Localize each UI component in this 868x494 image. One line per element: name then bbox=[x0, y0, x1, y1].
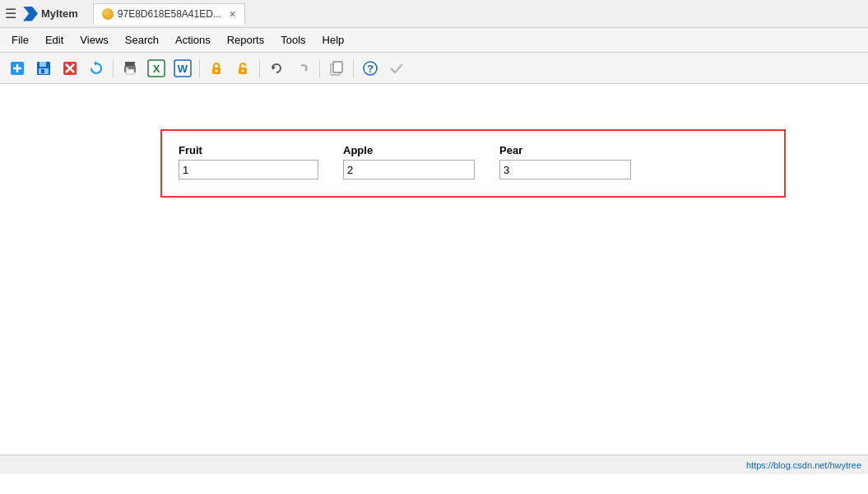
svg-marker-10 bbox=[94, 61, 96, 66]
form-row: Fruit Apple Pear bbox=[179, 144, 768, 179]
svg-rect-14 bbox=[126, 68, 128, 69]
tab-bar: 97E8D618E58A41ED... ✕ bbox=[93, 3, 245, 25]
active-tab[interactable]: 97E8D618E58A41ED... ✕ bbox=[93, 3, 245, 25]
copy-icon bbox=[328, 60, 345, 77]
fruit-field-group: Fruit bbox=[179, 144, 318, 179]
apple-label: Apple bbox=[343, 144, 475, 156]
apple-input[interactable] bbox=[343, 160, 475, 179]
tab-icon bbox=[102, 8, 114, 20]
pear-input[interactable] bbox=[499, 160, 631, 179]
app-icon bbox=[23, 7, 38, 21]
fruit-label: Fruit bbox=[179, 144, 318, 156]
help-icon: ? bbox=[362, 60, 378, 77]
menu-reports[interactable]: Reports bbox=[219, 30, 273, 49]
excel-icon: X bbox=[147, 59, 165, 77]
menu-edit[interactable]: Edit bbox=[37, 30, 72, 49]
lock-icon bbox=[208, 60, 225, 77]
add-icon bbox=[9, 60, 26, 77]
svg-point-20 bbox=[216, 69, 218, 72]
main-content: Fruit Apple Pear https://blog.csdn.net/h… bbox=[0, 84, 868, 474]
toolbar: X W bbox=[0, 53, 868, 84]
unlock-icon bbox=[234, 60, 251, 77]
redo-icon bbox=[295, 60, 311, 77]
title-bar: ☰ MyItem 97E8D618E58A41ED... ✕ bbox=[0, 0, 868, 28]
add-button[interactable] bbox=[5, 57, 30, 80]
status-url: https://blog.csdn.net/hwytree bbox=[746, 460, 861, 470]
save-button[interactable] bbox=[31, 57, 56, 80]
redo-button[interactable] bbox=[290, 57, 315, 80]
app-title: MyItem bbox=[23, 7, 78, 21]
hamburger-menu[interactable]: ☰ bbox=[5, 6, 16, 21]
svg-text:W: W bbox=[178, 63, 188, 75]
print-button[interactable] bbox=[118, 57, 142, 80]
check-button[interactable] bbox=[384, 57, 409, 80]
pear-label: Pear bbox=[499, 144, 631, 156]
apple-field-group: Apple bbox=[343, 144, 475, 179]
unlock-button[interactable] bbox=[230, 57, 255, 80]
menu-help[interactable]: Help bbox=[314, 30, 353, 49]
check-icon bbox=[388, 60, 405, 77]
separator-1 bbox=[113, 59, 114, 77]
app-name: MyItem bbox=[41, 7, 78, 20]
tab-close-button[interactable]: ✕ bbox=[229, 9, 236, 20]
fruit-input[interactable] bbox=[179, 160, 318, 179]
separator-2 bbox=[199, 59, 200, 77]
separator-5 bbox=[353, 59, 354, 77]
pear-field-group: Pear bbox=[499, 144, 631, 179]
delete-button[interactable] bbox=[58, 57, 82, 80]
print-icon bbox=[122, 60, 138, 77]
svg-text:?: ? bbox=[367, 63, 374, 75]
svg-point-25 bbox=[305, 68, 308, 71]
svg-point-24 bbox=[305, 65, 308, 68]
svg-rect-4 bbox=[39, 62, 46, 67]
excel-button[interactable]: X bbox=[144, 57, 169, 80]
menu-tools[interactable]: Tools bbox=[272, 30, 313, 49]
tab-label: 97E8D618E58A41ED... bbox=[118, 8, 221, 20]
menu-search[interactable]: Search bbox=[117, 30, 167, 49]
help-button[interactable]: ? bbox=[358, 57, 383, 80]
form-panel: Fruit Apple Pear bbox=[160, 129, 786, 198]
word-button[interactable]: W bbox=[170, 57, 195, 80]
refresh-icon bbox=[88, 60, 104, 77]
separator-4 bbox=[319, 59, 320, 77]
menu-actions[interactable]: Actions bbox=[167, 30, 219, 49]
lock-button[interactable] bbox=[204, 57, 229, 80]
word-icon: W bbox=[174, 59, 192, 77]
svg-text:X: X bbox=[153, 63, 160, 75]
menu-file[interactable]: File bbox=[3, 30, 37, 49]
menu-views[interactable]: Views bbox=[72, 30, 116, 49]
refresh-button[interactable] bbox=[84, 57, 109, 80]
separator-3 bbox=[259, 59, 260, 77]
svg-rect-6 bbox=[41, 69, 44, 73]
svg-rect-13 bbox=[126, 69, 134, 74]
delete-icon bbox=[62, 60, 78, 77]
save-icon bbox=[35, 60, 52, 77]
undo-button[interactable] bbox=[264, 57, 289, 80]
svg-rect-27 bbox=[333, 62, 342, 72]
copy-button[interactable] bbox=[324, 57, 349, 80]
svg-rect-11 bbox=[125, 62, 135, 66]
svg-point-22 bbox=[242, 69, 244, 72]
menu-bar: File Edit Views Search Actions Reports T… bbox=[0, 28, 868, 53]
undo-icon bbox=[268, 60, 285, 77]
status-bar: https://blog.csdn.net/hwytree bbox=[0, 454, 868, 474]
